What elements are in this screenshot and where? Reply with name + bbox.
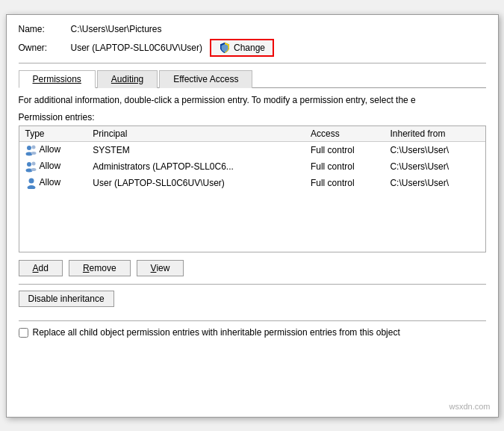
cell-access: Full control <box>305 142 385 159</box>
view-button[interactable]: View <box>137 260 184 276</box>
cell-principal: User (LAPTOP-SLL0C6UV\User) <box>87 175 305 191</box>
type-text: Allow <box>40 161 61 171</box>
col-principal: Principal <box>87 126 305 142</box>
name-value: C:\Users\User\Pictures <box>71 24 162 34</box>
name-label: Name: <box>19 24 71 34</box>
cell-type: Allow <box>19 158 87 175</box>
change-btn-label: Change <box>234 43 265 53</box>
user-group-icon <box>25 144 37 156</box>
type-text: Allow <box>40 144 61 155</box>
perm-entries-label: Permission entries: <box>19 112 486 123</box>
svg-point-3 <box>31 152 36 155</box>
add-button[interactable]: Add <box>19 260 63 276</box>
cell-inherited-from: C:\Users\User\ <box>384 158 485 175</box>
cell-access: Full control <box>305 175 385 191</box>
divider-top <box>19 63 486 63</box>
user-group-icon <box>25 161 37 173</box>
permission-table: Type Principal Access Inherited from All… <box>19 126 485 191</box>
tab-auditing[interactable]: Auditing <box>97 70 158 88</box>
divider-mid <box>19 284 486 285</box>
info-text: For additional information, double-click… <box>19 94 486 107</box>
remove-label-rest: emove <box>90 263 116 273</box>
cell-inherited-from: C:\Users\User\ <box>384 175 485 191</box>
shield-icon <box>219 42 231 54</box>
svg-point-4 <box>27 162 31 167</box>
remove-button[interactable]: Remove <box>69 260 131 276</box>
svg-point-9 <box>27 185 35 189</box>
svg-point-2 <box>31 146 35 149</box>
col-type: Type <box>19 126 87 142</box>
cell-principal: SYSTEM <box>87 142 305 159</box>
col-inherited-from: Inherited from <box>384 126 485 142</box>
tab-permissions[interactable]: Permissions <box>19 70 96 88</box>
tab-effective-access-label: Effective Access <box>173 74 238 84</box>
svg-point-6 <box>31 162 35 166</box>
table-row[interactable]: AllowUser (LAPTOP-SLL0C6UV\User)Full con… <box>19 175 485 191</box>
tab-bar: Permissions Auditing Effective Access <box>19 69 486 88</box>
cell-principal: Administrators (LAPTOP-SLL0C6... <box>87 158 305 175</box>
table-row[interactable]: AllowAdministrators (LAPTOP-SLL0C6...Ful… <box>19 158 485 175</box>
add-label-rest: dd <box>39 263 49 273</box>
view-label-rest: iew <box>156 263 169 273</box>
owner-row: Owner: User (LAPTOP-SLL0C6UV\User) Chang… <box>19 39 486 57</box>
owner-label: Owner: <box>19 43 71 53</box>
replace-checkbox[interactable] <box>19 328 28 338</box>
table-row[interactable]: AllowSYSTEMFull controlC:\Users\User\ <box>19 142 485 159</box>
col-access: Access <box>305 126 385 142</box>
svg-point-0 <box>27 146 31 150</box>
cell-access: Full control <box>305 158 385 175</box>
permission-table-wrapper: Type Principal Access Inherited from All… <box>19 125 486 252</box>
table-header-row: Type Principal Access Inherited from <box>19 126 485 142</box>
disable-inheritance-label: Disable inheritance <box>28 294 105 304</box>
add-label: A <box>33 263 39 273</box>
svg-point-8 <box>28 179 34 184</box>
divider-bottom <box>19 320 486 321</box>
replace-checkbox-label: Replace all child object permission entr… <box>33 327 400 338</box>
name-row: Name: C:\Users\User\Pictures <box>19 24 486 34</box>
cell-type: Allow <box>19 175 87 191</box>
type-text: Allow <box>40 177 61 187</box>
tab-effective-access[interactable]: Effective Access <box>159 70 252 88</box>
user-icon <box>25 177 37 189</box>
svg-point-7 <box>31 168 36 171</box>
watermark: wsxdn.com <box>449 402 490 411</box>
remove-label: R <box>83 263 90 273</box>
tab-auditing-label: Auditing <box>111 74 143 84</box>
cell-type: Allow <box>19 142 87 159</box>
cell-inherited-from: C:\Users\User\ <box>384 142 485 159</box>
owner-value: User (LAPTOP-SLL0C6UV\User) <box>71 43 203 53</box>
tab-permissions-label: Permissions <box>33 74 81 84</box>
security-dialog: Name: C:\Users\User\Pictures Owner: User… <box>6 14 499 418</box>
disable-inheritance-button[interactable]: Disable inheritance <box>19 291 114 307</box>
action-buttons-row: Add Remove View <box>19 260 486 276</box>
replace-checkbox-row: Replace all child object permission entr… <box>19 327 486 338</box>
change-button[interactable]: Change <box>210 39 274 57</box>
